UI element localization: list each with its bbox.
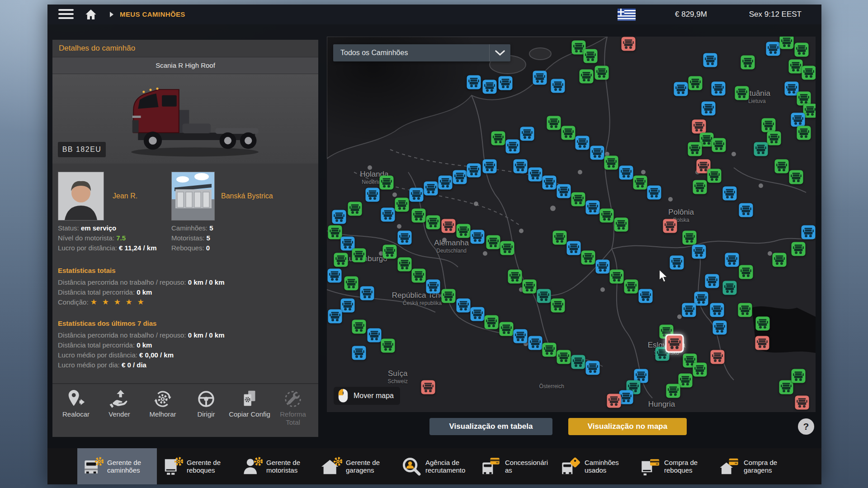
truck-marker[interactable]	[633, 176, 647, 190]
truck-marker[interactable]	[328, 225, 342, 239]
truck-marker[interactable]	[379, 176, 393, 190]
truck-marker[interactable]	[801, 225, 815, 239]
truck-marker[interactable]	[692, 245, 706, 259]
truck-marker[interactable]	[683, 231, 697, 245]
truck-marker[interactable]	[694, 292, 708, 306]
truck-marker[interactable]	[674, 82, 688, 96]
truck-marker[interactable]	[735, 86, 749, 100]
truck-marker[interactable]	[412, 209, 426, 223]
truck-marker[interactable]	[794, 43, 808, 57]
truck-marker[interactable]	[551, 298, 565, 312]
menu-icon[interactable]	[58, 9, 74, 20]
driver-photo[interactable]	[58, 172, 104, 221]
truck-marker[interactable]	[788, 60, 802, 74]
truck-marker[interactable]	[791, 113, 805, 127]
truck-marker[interactable]	[344, 276, 359, 290]
truck-marker[interactable]	[595, 260, 609, 274]
toolbar-tab-truck-gear[interactable]: Gerente de caminhões	[77, 448, 157, 484]
truck-marker[interactable]	[412, 268, 426, 282]
truck-marker[interactable]	[352, 346, 366, 360]
truck-marker[interactable]	[586, 361, 600, 375]
sell-hand-button[interactable]: Vender	[98, 386, 141, 427]
truck-marker[interactable]	[486, 235, 500, 249]
truck-marker[interactable]	[580, 70, 594, 84]
truck-marker[interactable]	[670, 256, 684, 270]
truck-marker[interactable]	[711, 81, 725, 95]
truck-marker[interactable]	[528, 167, 542, 181]
truck-marker[interactable]	[426, 280, 440, 294]
truck-marker[interactable]	[571, 192, 585, 206]
truck-marker[interactable]	[604, 156, 618, 170]
truck-marker[interactable]	[594, 66, 609, 80]
truck-marker[interactable]	[552, 231, 566, 245]
truck-marker[interactable]	[756, 316, 770, 330]
truck-marker[interactable]	[352, 249, 366, 263]
truck-marker[interactable]	[348, 202, 362, 216]
truck-marker[interactable]	[561, 126, 576, 140]
toolbar-tab-recruitment[interactable]: Agência de recrutamento	[396, 448, 475, 484]
truck-marker[interactable]	[467, 163, 481, 177]
truck-marker[interactable]	[638, 289, 652, 303]
truck-marker[interactable]	[383, 245, 397, 259]
truck-marker[interactable]	[600, 209, 614, 223]
truck-marker[interactable]	[693, 363, 707, 377]
truck-marker[interactable]	[482, 159, 496, 173]
truck-marker[interactable]	[590, 145, 604, 160]
truck-marker[interactable]	[710, 303, 724, 317]
selected-truck-marker[interactable]	[665, 334, 684, 352]
truck-marker[interactable]	[528, 336, 542, 350]
truck-marker[interactable]	[702, 101, 716, 115]
truck-marker[interactable]	[722, 187, 736, 201]
driver-name[interactable]: Jean R.	[113, 192, 137, 200]
truck-marker[interactable]	[547, 116, 561, 130]
truck-marker[interactable]	[456, 224, 470, 238]
truck-marker[interactable]	[334, 253, 348, 267]
toolbar-tab-garage-gear[interactable]: Gerente de garagens	[316, 448, 396, 484]
truck-marker[interactable]	[557, 350, 571, 364]
truck-marker[interactable]	[470, 230, 484, 244]
truck-marker[interactable]	[792, 369, 806, 383]
truck-marker[interactable]	[607, 394, 621, 408]
truck-marker[interactable]	[470, 307, 484, 321]
chevron-down-icon[interactable]	[489, 44, 510, 61]
truck-marker[interactable]	[710, 350, 724, 364]
truck-marker[interactable]	[571, 355, 585, 369]
truck-marker[interactable]	[712, 138, 726, 152]
truck-marker[interactable]	[692, 119, 706, 133]
home-icon[interactable]	[85, 8, 97, 21]
truck-marker[interactable]	[614, 218, 628, 232]
map-view-button[interactable]: Visualização no mapa	[568, 418, 687, 435]
steering-wheel-button[interactable]: Dirigir	[184, 386, 228, 427]
truck-marker[interactable]	[514, 329, 528, 343]
truck-marker[interactable]	[514, 159, 528, 173]
truck-marker[interactable]	[332, 210, 346, 224]
truck-marker[interactable]	[365, 188, 379, 202]
truck-marker[interactable]	[773, 253, 787, 267]
truck-marker[interactable]	[522, 280, 536, 294]
truck-marker[interactable]	[482, 80, 496, 94]
truck-marker[interactable]	[713, 321, 727, 335]
truck-marker[interactable]	[610, 270, 624, 284]
truck-marker[interactable]	[508, 270, 522, 284]
truck-marker[interactable]	[802, 66, 816, 80]
truck-marker[interactable]	[789, 170, 803, 184]
truck-marker[interactable]	[586, 201, 600, 215]
truck-marker[interactable]	[624, 280, 638, 294]
truck-marker[interactable]	[409, 188, 423, 202]
truck-marker[interactable]	[500, 241, 514, 255]
truck-marker[interactable]	[576, 136, 590, 150]
truck-filter-dropdown[interactable]: Todos os Caminhões	[333, 44, 510, 61]
truck-marker[interactable]	[520, 127, 534, 141]
truck-marker[interactable]	[739, 203, 753, 217]
truck-marker[interactable]	[360, 286, 374, 300]
truck-marker[interactable]	[739, 265, 753, 279]
truck-marker[interactable]	[795, 396, 809, 410]
fleet-map[interactable]: HolandaNederlandLuxemburgoAlemanhaDeutsc…	[327, 37, 816, 412]
truck-marker[interactable]	[703, 53, 717, 67]
truck-marker[interactable]	[725, 253, 739, 267]
truck-marker[interactable]	[456, 298, 470, 312]
toolbar-tab-trailer-card[interactable]: Compra de reboques	[634, 448, 714, 484]
truck-marker[interactable]	[688, 142, 702, 156]
toolbar-tab-dealer-card[interactable]: Concessionárias	[475, 448, 555, 484]
truck-marker[interactable]	[557, 184, 571, 198]
